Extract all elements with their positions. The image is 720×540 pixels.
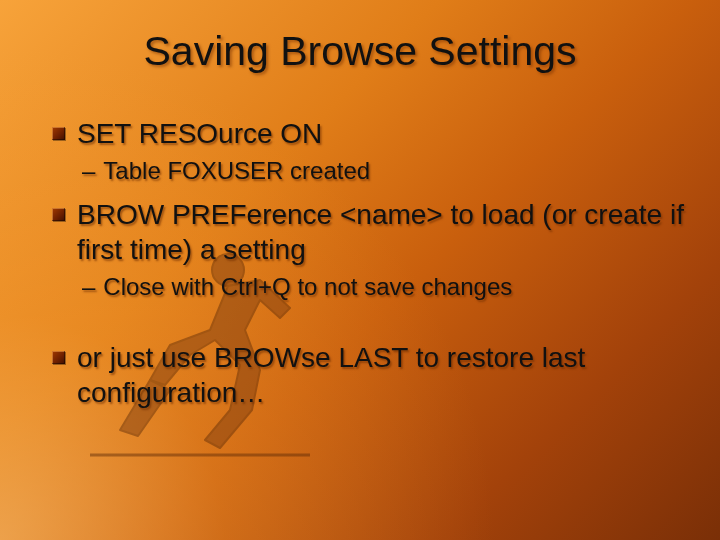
bullet-text: or just use BROWse LAST to restore last …: [77, 340, 684, 410]
bullet-icon: [52, 127, 65, 140]
bullet-icon: [52, 351, 65, 364]
sub-bullet-text: Close with Ctrl+Q to not save changes: [103, 271, 512, 303]
slide-content: SET RESOurce ON – Table FOXUSER created …: [52, 116, 684, 414]
slide-title: Saving Browse Settings: [0, 28, 720, 75]
sub-bullet-item: – Table FOXUSER created: [82, 155, 684, 187]
bullet-text: BROW PREFerence <name> to load (or creat…: [77, 197, 684, 267]
bullet-text: SET RESOurce ON: [77, 116, 322, 151]
dash-icon: –: [82, 155, 95, 187]
bullet-icon: [52, 208, 65, 221]
dash-icon: –: [82, 271, 95, 303]
slide: Saving Browse Settings SET RESOurce ON –…: [0, 0, 720, 540]
bullet-item: BROW PREFerence <name> to load (or creat…: [52, 197, 684, 267]
bullet-item: SET RESOurce ON: [52, 116, 684, 151]
sub-bullet-text: Table FOXUSER created: [103, 155, 370, 187]
spacer: [52, 314, 684, 340]
sub-bullet-item: – Close with Ctrl+Q to not save changes: [82, 271, 684, 303]
bullet-item: or just use BROWse LAST to restore last …: [52, 340, 684, 410]
